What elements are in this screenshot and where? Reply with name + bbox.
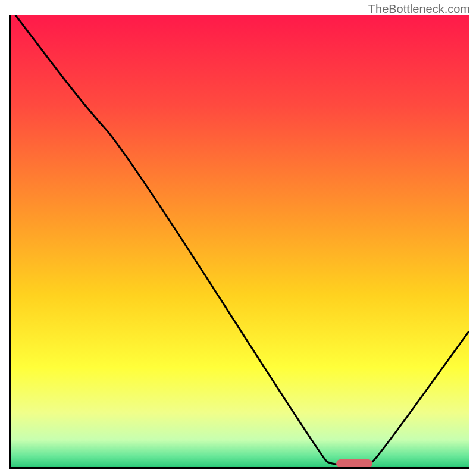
plot-area [9, 15, 469, 469]
bottleneck-curve [15, 15, 469, 465]
curve-layer [11, 15, 469, 467]
watermark-text: TheBottleneck.com [368, 2, 470, 16]
optimal-range-marker [336, 459, 373, 468]
